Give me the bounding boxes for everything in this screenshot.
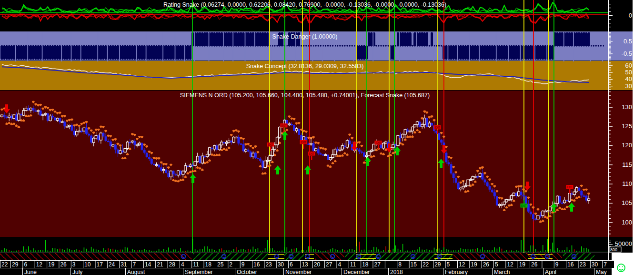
svg-text:October: October [237, 269, 257, 275]
svg-text:2: 2 [229, 261, 232, 268]
svg-text:31: 31 [121, 261, 127, 268]
svg-text:50: 50 [625, 69, 632, 76]
svg-text:November: November [285, 269, 312, 275]
svg-text:6: 6 [290, 261, 293, 268]
svg-text:EXIT: EXIT [309, 152, 314, 155]
svg-text:April: April [545, 269, 556, 275]
svg-text:13: 13 [302, 261, 308, 268]
svg-text:12: 12 [36, 261, 43, 268]
svg-text:26: 26 [531, 261, 538, 268]
svg-text:0.5: 0.5 [624, 38, 632, 45]
svg-text:8: 8 [398, 261, 402, 268]
svg-text:7: 7 [133, 261, 136, 268]
svg-text:30: 30 [625, 82, 632, 90]
svg-text:22: 22 [423, 261, 429, 268]
svg-text:21: 21 [157, 261, 163, 268]
svg-text:20: 20 [314, 261, 321, 268]
svg-text:EXIT: EXIT [281, 124, 287, 127]
svg-text:120: 120 [622, 142, 632, 149]
svg-text:18: 18 [362, 261, 369, 268]
svg-text:18: 18 [205, 261, 212, 268]
svg-text:17: 17 [97, 261, 103, 268]
svg-text:24: 24 [109, 261, 115, 268]
svg-text:130: 130 [622, 103, 632, 111]
svg-text:EXIT: EXIT [301, 141, 306, 144]
svg-text:28: 28 [169, 261, 176, 268]
svg-text:23: 23 [265, 261, 272, 268]
svg-text:30: 30 [278, 261, 284, 268]
svg-text:Snake Concept (32.8136, 29.030: Snake Concept (32.8136, 29.0309, 32.5583… [246, 63, 364, 70]
svg-text:July: July [72, 269, 82, 275]
svg-text:12: 12 [507, 261, 513, 268]
svg-text:10: 10 [84, 261, 91, 268]
svg-text:27: 27 [374, 261, 381, 268]
svg-text:December: December [343, 269, 370, 275]
svg-text:February: February [445, 269, 468, 275]
svg-text:EXIT: EXIT [268, 143, 273, 146]
svg-text:SIEMENS N ORD (105.200, 105.66: SIEMENS N ORD (105.200, 105.660, 104.400… [180, 92, 430, 99]
svg-text:16: 16 [253, 261, 260, 268]
svg-text:110: 110 [622, 180, 632, 187]
svg-text:4: 4 [338, 261, 342, 268]
svg-text:EXIT: EXIT [375, 141, 381, 144]
svg-text:11: 11 [193, 261, 199, 268]
svg-text:19: 19 [471, 261, 477, 268]
svg-text:June: June [24, 269, 37, 275]
svg-text:105: 105 [622, 199, 632, 206]
svg-text:40: 40 [625, 75, 632, 82]
svg-text:Snake Danger (1.00000): Snake Danger (1.00000) [272, 33, 338, 40]
svg-text:August: August [127, 269, 145, 275]
svg-text:5: 5 [447, 261, 450, 268]
svg-text:11: 11 [350, 261, 356, 268]
svg-text:EXIT: EXIT [567, 185, 573, 189]
svg-text:15: 15 [411, 261, 417, 268]
svg-text:May: May [596, 269, 607, 275]
svg-text:29: 29 [12, 261, 19, 268]
svg-text:115: 115 [622, 161, 632, 168]
svg-text:26: 26 [483, 261, 490, 268]
svg-text:6: 6 [24, 261, 27, 268]
svg-text:2018: 2018 [390, 269, 403, 275]
svg-text:800: 800 [610, 247, 617, 252]
svg-text:EXIT: EXIT [521, 204, 527, 207]
svg-text:22: 22 [1, 261, 8, 268]
svg-text:100: 100 [622, 219, 632, 226]
svg-text:4: 4 [181, 261, 184, 268]
svg-text:23: 23 [580, 261, 586, 268]
svg-text:9: 9 [242, 261, 245, 268]
svg-text:7: 7 [604, 261, 607, 268]
svg-text:26: 26 [60, 261, 67, 268]
svg-text:14: 14 [145, 261, 151, 268]
svg-text:12: 12 [459, 261, 465, 268]
svg-text:0: 0 [629, 12, 632, 19]
svg-text:September: September [185, 269, 213, 275]
svg-text:3: 3 [72, 261, 76, 268]
svg-text:Rating Snake (0.06274, 0.0000,: Rating Snake (0.06274, 0.0000, 0.62206, … [163, 1, 446, 8]
svg-text:9: 9 [555, 261, 559, 268]
svg-text:5: 5 [495, 261, 498, 268]
svg-text:50000: 50000 [615, 240, 632, 247]
svg-text:19: 19 [48, 261, 55, 268]
svg-text:EXIT: EXIT [434, 126, 440, 129]
svg-text:16: 16 [567, 261, 574, 268]
svg-text:60: 60 [625, 62, 632, 69]
svg-text:25: 25 [217, 261, 224, 268]
svg-text:125: 125 [622, 122, 632, 130]
svg-text:March: March [494, 269, 510, 275]
svg-text:29: 29 [434, 261, 441, 268]
svg-text:30: 30 [592, 261, 598, 268]
svg-text:27: 27 [326, 261, 332, 268]
svg-text:-0.5: -0.5 [622, 50, 632, 57]
svg-text:19: 19 [519, 261, 526, 268]
